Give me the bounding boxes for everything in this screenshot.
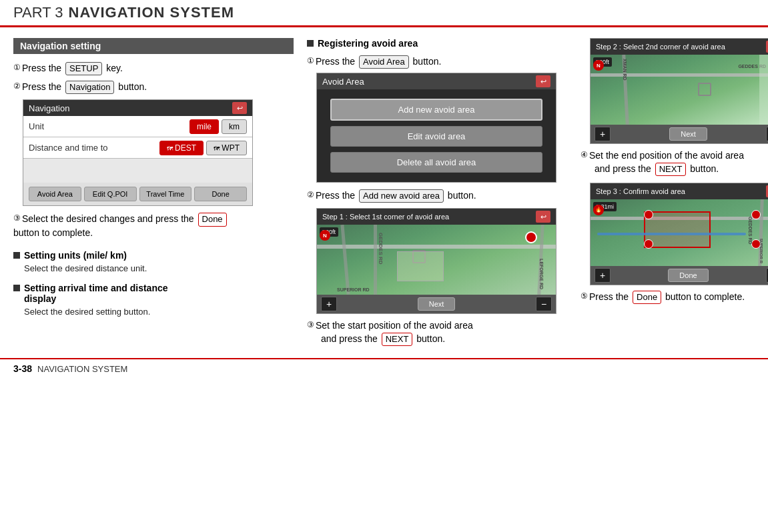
nav-dist-row: Distance and time to 🗺 DEST 🗺 WPT [23, 137, 252, 159]
map3-bottom-bar: + Done − [591, 266, 768, 285]
map1-title: Step 1 : Select 1st corner of avoid area [322, 213, 449, 221]
nav-back-btn[interactable]: ↩ [232, 102, 247, 114]
wpt-btn[interactable]: 🗺 WPT [206, 141, 247, 155]
map1-back-btn[interactable]: ↩ [536, 211, 550, 223]
middle-column: Registering avoid area ① Press the Avoid… [307, 38, 567, 351]
map3-compass: 🔥 [593, 205, 604, 215]
map1-zoom-in[interactable]: + [321, 297, 337, 311]
map2-next-btn[interactable]: Next [669, 127, 707, 141]
map3-body: 0.31mi 🔥 GEDDES RD SUPERIOR R [591, 199, 768, 266]
page-title: NAVIGATION SYSTEM [69, 4, 234, 21]
map1-bottom-bar: + Next − [317, 295, 556, 313]
add-new-inline-btn: Add new avoid area [359, 189, 444, 203]
footer-text: NAVIGATION SYSTEM [37, 364, 127, 374]
section3-title-line1: Setting arrival time and distance [24, 283, 168, 293]
next-inline-btn: NEXT [382, 333, 413, 346]
map2-road-h [591, 73, 768, 77]
map2-zoom-in[interactable]: + [595, 127, 611, 141]
section3-title: Setting arrival time and distance displa… [24, 283, 168, 304]
footer-pagenum: 3-38 [13, 363, 32, 374]
mid-step-1: ① Press the Avoid Area button. [307, 55, 567, 69]
reg-heading: Registering avoid area [307, 38, 567, 49]
avoid-ui-body: Add new avoid area Edit avoid area Delet… [317, 89, 556, 182]
section-heading: Navigation setting [13, 38, 294, 54]
step-3-num: ③ [13, 213, 21, 224]
right-step-4-text: Set the end position of the avoid area a… [589, 149, 744, 176]
avoid-ui-titlebar: Avoid Area ↩ [317, 73, 556, 89]
step-3-row: ③ Select the desired changes and press t… [13, 213, 294, 239]
map2-title: Step 2 : Select 2nd corner of avoid area [596, 43, 725, 51]
map1-compass: N [320, 230, 330, 241]
avoid-area-inline-btn: Avoid Area [359, 55, 409, 69]
mid-step-2: ② Press the Add new avoid area button. [307, 189, 567, 203]
edit-avoid-area-btn[interactable]: Edit avoid area [330, 126, 542, 147]
section3-title-line2: display [24, 293, 168, 304]
done-nav-btn[interactable]: Done [194, 187, 247, 201]
bullet-icon-reg [307, 40, 314, 47]
right-step-5: ⑤ Press the Done button to complete. [581, 291, 768, 304]
left-column: Navigation setting ① Press the SETUP key… [13, 38, 294, 351]
map3-marker-3 [751, 210, 761, 219]
navigation-ui-mock: Navigation ↩ Unit mile km Distance and t… [23, 99, 253, 206]
section3-body: Select the desired setting button. [24, 307, 294, 317]
map1-road-v2 [374, 225, 377, 295]
page-header: PART 3 NAVIGATION SYSTEM [0, 0, 768, 27]
map1-zoom-out[interactable]: − [536, 297, 552, 311]
mid-step-3: ③ Set the start position of the avoid ar… [307, 319, 567, 346]
step-1-row: ① Press the SETUP key. [13, 62, 294, 75]
nav-ui-title: Navigation [29, 103, 69, 113]
map3-titlebar: Step 3 : Confirm avoid area ↩ [591, 183, 768, 199]
map1-road-label-geddes: GEDDES RD [378, 233, 384, 265]
edit-qpoi-btn[interactable]: Edit Q.POI [84, 187, 137, 201]
section3-heading: Setting arrival time and distance displa… [13, 283, 294, 304]
step-2-row: ② Press the Navigation button. [13, 81, 294, 94]
step-2-suffix: button. [118, 81, 147, 94]
page-footer: 3-38 NAVIGATION SYSTEM [0, 358, 768, 378]
avoid-area-ui: Avoid Area ↩ Add new avoid area Edit avo… [316, 73, 556, 183]
add-new-avoid-area-btn[interactable]: Add new avoid area [330, 99, 542, 121]
map1-location-marker [525, 231, 537, 243]
map2-compass: N [593, 60, 604, 71]
setup-btn-inline: SETUP [65, 62, 102, 75]
map3-marker-2 [644, 239, 653, 249]
map3-road-superior: SUPERIOR R [759, 238, 763, 263]
travel-time-btn[interactable]: Travel Time [139, 187, 192, 201]
avoid-area-btn[interactable]: Avoid Area [29, 187, 81, 201]
map3-zoom-in[interactable]: + [595, 268, 611, 283]
step-1-suffix: key. [106, 62, 123, 75]
map1-road-label-leforge: LEFORGE RD [539, 259, 544, 289]
step-3-prefix: Select the desired changes and press the [22, 213, 194, 226]
delete-avoid-area-btn[interactable]: Delete all avoid area [330, 152, 542, 173]
right-step-5-num: ⑤ [581, 291, 588, 302]
mid-step-2-num: ② [307, 189, 314, 201]
map1-road-label-superior: SUPERIOR RD [337, 287, 370, 292]
section2-heading: Setting units (mile/ km) [13, 250, 294, 261]
right-done-inline-btn: Done [633, 291, 661, 304]
unit-btn-pair: mile km [189, 119, 247, 134]
reg-title: Registering avoid area [318, 38, 418, 49]
unit-km-btn[interactable]: km [222, 119, 247, 134]
map1-titlebar: Step 1 : Select 1st corner of avoid area… [317, 209, 556, 225]
avoid-ui-title: Avoid Area [322, 77, 364, 87]
nav-unit-label: Unit [29, 121, 189, 131]
nav-unit-row: Unit mile km [23, 116, 252, 137]
map-screen-3: Step 3 : Confirm avoid area ↩ 0.31mi 🔥 G… [590, 183, 768, 285]
step-2-text: Press the [22, 81, 61, 94]
bullet-icon-2 [13, 252, 20, 259]
right-step-4: ④ Set the end position of the avoid area… [581, 149, 768, 176]
nav-ui-bottom-bar: Avoid Area Edit Q.POI Travel Time Done [23, 183, 252, 205]
nav-ui-titlebar: Navigation ↩ [23, 100, 252, 116]
part-label: PART 3 [13, 4, 63, 21]
map1-next-btn[interactable]: Next [418, 297, 456, 311]
map3-avoid-zone [644, 211, 711, 248]
dest-btn[interactable]: 🗺 DEST [159, 141, 204, 155]
unit-mile-btn[interactable]: mile [189, 119, 219, 134]
done-btn-inline: Done [198, 213, 227, 226]
map2-bottom-bar: + Next − [591, 125, 768, 143]
right-next-inline-btn: NEXT [655, 163, 687, 176]
map2-road-xman: XMAN RD [623, 59, 627, 81]
map2-titlebar: Step 2 : Select 2nd corner of avoid area… [591, 39, 768, 55]
avoid-back-btn[interactable]: ↩ [536, 75, 550, 87]
dist-btn-pair: 🗺 DEST 🗺 WPT [159, 141, 247, 155]
map3-done-btn[interactable]: Done [668, 269, 708, 282]
